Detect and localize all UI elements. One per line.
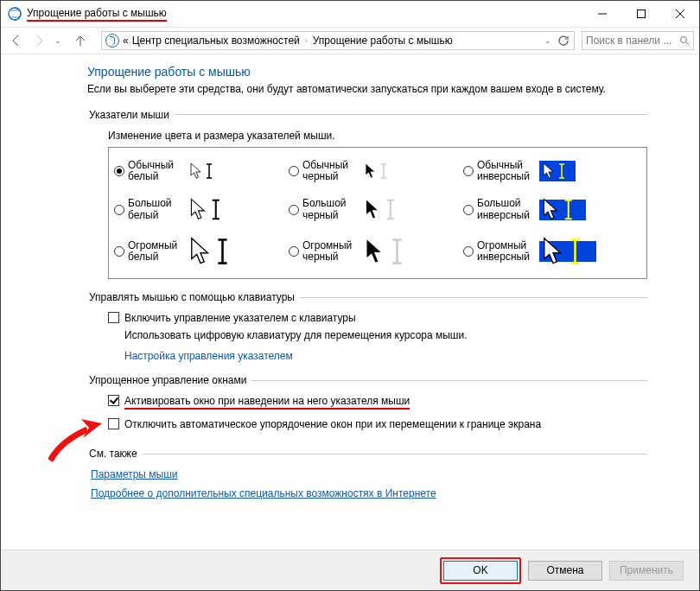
mousekeys-desc: Использовать цифровую клавиатуру для пер…: [124, 329, 647, 341]
page-heading: Упрощение работы с мышью: [87, 65, 647, 79]
pointer-option[interactable]: Большойчерный: [289, 198, 463, 221]
cursor-preview-icon: [365, 162, 394, 180]
pointers-legend: Указатели мыши: [87, 109, 175, 121]
checkbox-icon: [108, 418, 119, 429]
cursor-preview-icon: [539, 241, 596, 262]
pointer-options-grid: Обычныйбелый Обычныйчерный Обычныйинверс…: [108, 147, 647, 279]
cursor-preview-icon: [365, 237, 415, 266]
svg-point-2: [681, 37, 687, 43]
ok-annotation-highlight: OK: [440, 557, 521, 584]
pointer-option-label: Огромныйинверсный: [477, 240, 538, 263]
pointers-label: Изменение цвета и размера указателей мыш…: [108, 130, 647, 142]
page-subtext: Если вы выберете эти средства, они будут…: [87, 82, 647, 97]
control-panel-small-icon: [105, 34, 119, 48]
pointer-option[interactable]: Большойбелый: [114, 198, 289, 221]
seealso-legend: См. также: [87, 448, 143, 460]
more-online-link[interactable]: Подробнее о дополнительных специальных в…: [91, 487, 436, 499]
up-button[interactable]: [70, 30, 91, 51]
back-button[interactable]: [6, 30, 27, 51]
radio-icon: [114, 205, 124, 215]
cursor-preview-icon: [190, 198, 230, 221]
radio-icon: [289, 246, 299, 257]
pointer-option[interactable]: Огромныйинверсный: [463, 237, 638, 266]
radio-icon: [114, 246, 124, 257]
radio-icon: [463, 166, 474, 176]
pointer-option-label: Обычныйинверсный: [477, 160, 538, 182]
chevron-right-icon: ›: [305, 36, 308, 45]
radio-icon: [463, 246, 474, 257]
close-button[interactable]: [660, 1, 699, 27]
cursor-preview-icon: [365, 198, 404, 221]
pointer-option[interactable]: Обычныйбелый: [114, 160, 289, 182]
disable-snap-label: Отключить автоматическое упорядочение ок…: [124, 418, 541, 430]
control-panel-icon: [8, 7, 22, 21]
maximize-button[interactable]: [621, 1, 660, 27]
windows-legend: Упрощенное управление окнами: [87, 374, 251, 386]
enable-mousekeys-label: Включить управление указателем с клавиат…: [124, 312, 356, 324]
radio-icon: [114, 166, 124, 176]
address-dropdown-icon[interactable]: ⌄: [544, 36, 551, 45]
mouse-params-link[interactable]: Параметры мыши: [91, 468, 178, 480]
cursor-preview-icon: [190, 162, 220, 180]
forward-button[interactable]: [29, 30, 49, 51]
ok-button[interactable]: OK: [443, 561, 518, 581]
activate-on-hover-label: Активировать окно при наведении на него …: [124, 395, 410, 410]
search-placeholder: Поиск в панели ...: [586, 35, 671, 47]
radio-icon: [289, 166, 299, 176]
address-bar[interactable]: « Центр специальных возможностей › Упрощ…: [101, 31, 575, 50]
breadcrumb-2[interactable]: Упрощение работы с мышью: [313, 35, 453, 47]
refresh-icon[interactable]: [557, 34, 570, 48]
search-icon: [679, 35, 690, 46]
activate-on-hover-checkbox[interactable]: Активировать окно при наведении на него …: [108, 395, 647, 410]
keyboard-legend: Управлять мышью с помощью клавиатуры: [87, 291, 300, 303]
pointer-option-label: Обычныйчерный: [302, 160, 363, 182]
cursor-preview-icon: [539, 161, 576, 181]
search-input[interactable]: Поиск в панели ...: [582, 31, 694, 50]
mousekeys-settings-link[interactable]: Настройка управления указателем: [124, 350, 293, 362]
pointer-option[interactable]: Большойинверсный: [463, 198, 638, 221]
pointer-option-label: Большойбелый: [128, 198, 188, 220]
radio-icon: [289, 205, 299, 215]
window-title: Упрощение работы с мышью: [27, 7, 167, 22]
pointer-option[interactable]: Обычныйинверсный: [463, 160, 638, 182]
pointer-option-label: Большойинверсный: [477, 198, 538, 220]
breadcrumb-1[interactable]: Центр специальных возможностей: [132, 35, 300, 47]
pointer-option[interactable]: Огромныйбелый: [114, 237, 289, 266]
pointer-option-label: Большойчерный: [302, 198, 363, 220]
pointer-option[interactable]: Огромныйчерный: [289, 237, 463, 266]
recent-dropdown-icon[interactable]: ⌄: [54, 36, 61, 45]
cursor-preview-icon: [539, 200, 586, 220]
pointer-option[interactable]: Обычныйчерный: [289, 160, 463, 182]
minimize-button[interactable]: [582, 1, 621, 27]
svg-rect-1: [637, 10, 645, 18]
enable-mousekeys-checkbox[interactable]: Включить управление указателем с клавиат…: [108, 312, 647, 324]
checkbox-icon: [108, 312, 119, 323]
checkbox-checked-icon: [108, 395, 119, 406]
radio-icon: [463, 205, 474, 215]
cursor-preview-icon: [190, 237, 240, 266]
apply-button: Применить: [609, 561, 684, 581]
pointer-option-label: Обычныйбелый: [128, 160, 188, 182]
pointer-option-label: Огромныйчерный: [302, 240, 363, 263]
cancel-button[interactable]: Отмена: [528, 561, 602, 581]
disable-snap-checkbox[interactable]: Отключить автоматическое упорядочение ок…: [108, 418, 647, 430]
pointer-option-label: Огромныйбелый: [128, 240, 188, 263]
breadcrumb-chev-left: «: [123, 35, 129, 47]
